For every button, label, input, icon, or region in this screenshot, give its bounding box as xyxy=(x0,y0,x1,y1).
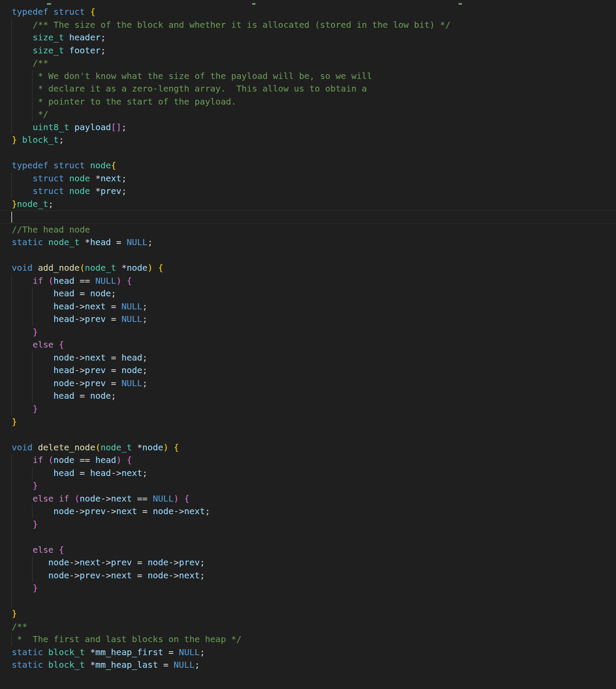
code-line[interactable]: */ xyxy=(0,108,616,121)
code-line[interactable]: head->next = NULL; xyxy=(0,300,616,313)
indent-guide xyxy=(11,351,12,364)
code-line[interactable] xyxy=(0,531,616,544)
token-typ: block_t xyxy=(48,647,85,657)
code-line[interactable]: * pointer to the start of the payload. xyxy=(0,95,616,108)
code-line[interactable]: size_t header; xyxy=(0,31,616,44)
code-line[interactable]: } xyxy=(0,582,616,595)
code-line[interactable]: head = node; xyxy=(0,287,616,300)
code-line[interactable]: head = head->next; xyxy=(0,467,616,480)
token-pl xyxy=(64,173,69,184)
token-pl: -> xyxy=(75,352,85,363)
code-line[interactable]: typedef struct { xyxy=(0,6,616,19)
code-line[interactable] xyxy=(0,428,616,441)
code-line[interactable]: * We don't know what the size of the pay… xyxy=(0,70,616,83)
token-kw: static xyxy=(12,647,43,657)
code-line[interactable] xyxy=(0,0,616,6)
indent-guide xyxy=(11,185,12,198)
code-line[interactable] xyxy=(0,210,616,223)
code-line[interactable]: * The first and last blocks on the heap … xyxy=(0,633,616,646)
code-line[interactable]: uint8_t payload[]; xyxy=(0,121,616,134)
code-line[interactable]: head = node; xyxy=(0,390,616,403)
token-typ: uint8_t xyxy=(33,122,69,132)
code-line[interactable]: } xyxy=(0,518,616,531)
code-line[interactable]: node->next = head; xyxy=(0,351,616,364)
token-kw: typedef xyxy=(12,7,48,17)
token-typ: node_t xyxy=(48,237,79,247)
token-pl xyxy=(12,58,33,68)
text-cursor xyxy=(11,212,12,223)
token-typ: node_t xyxy=(17,199,48,209)
code-line[interactable]: static block_t *mm_heap_first = NULL; xyxy=(0,646,616,659)
token-var: node xyxy=(147,557,168,568)
code-line[interactable]: //The head node xyxy=(0,223,616,236)
token-typ: node xyxy=(69,173,90,184)
indent-guide xyxy=(11,518,12,531)
code-line[interactable]: size_t footer; xyxy=(0,44,616,57)
code-line[interactable]: node->prev->next = node->next; xyxy=(0,569,616,582)
token-b2: { xyxy=(127,455,132,465)
code-line[interactable]: /** xyxy=(0,57,616,70)
token-pl: ; xyxy=(142,352,147,363)
code-line[interactable]: if (node == head) { xyxy=(0,454,616,467)
token-pl xyxy=(12,122,33,132)
code-line[interactable]: }node_t; xyxy=(0,198,616,211)
code-line[interactable]: node->prev = NULL; xyxy=(0,377,616,390)
code-line[interactable]: static block_t *mm_heap_last = NULL; xyxy=(0,659,616,672)
code-line[interactable]: head->prev = NULL; xyxy=(0,313,616,326)
code-line[interactable] xyxy=(0,595,616,608)
code-line[interactable]: } xyxy=(0,326,616,339)
indent-guide xyxy=(32,313,33,326)
code-line[interactable]: else if (node->next == NULL) { xyxy=(0,492,616,505)
token-pl: -> xyxy=(75,506,85,516)
token-b2: ( xyxy=(75,493,80,504)
code-line[interactable]: } xyxy=(0,416,616,429)
code-line[interactable]: } xyxy=(0,403,616,416)
token-b1: ( xyxy=(80,262,85,273)
token-pl xyxy=(12,96,38,107)
code-line[interactable]: if (head == NULL) { xyxy=(0,275,616,288)
code-line[interactable]: static node_t *head = NULL; xyxy=(0,236,616,249)
token-pl: ; xyxy=(101,45,106,56)
code-line[interactable] xyxy=(0,147,616,160)
token-pl xyxy=(12,314,53,324)
code-line[interactable]: head->prev = node; xyxy=(0,364,616,377)
token-fn: add_node xyxy=(38,262,79,273)
token-ctl: if xyxy=(33,455,43,465)
clipped-code-line-fragment xyxy=(459,3,462,5)
token-pl xyxy=(43,276,48,286)
code-line[interactable]: else { xyxy=(0,544,616,557)
code-line[interactable] xyxy=(0,672,616,685)
code-line[interactable]: * declare it as a zero-length array. Thi… xyxy=(0,82,616,95)
code-line[interactable]: struct node *next; xyxy=(0,172,616,185)
token-pl: ; xyxy=(111,288,116,299)
indent-guide xyxy=(11,19,12,32)
token-pl: * xyxy=(90,173,101,184)
code-line[interactable]: } block_t; xyxy=(0,134,616,147)
code-line[interactable] xyxy=(0,684,616,689)
code-line[interactable]: void add_node(node_t *node) { xyxy=(0,262,616,275)
code-line[interactable]: typedef struct node{ xyxy=(0,159,616,172)
code-line[interactable]: struct node *prev; xyxy=(0,185,616,198)
indent-guide xyxy=(11,300,12,313)
code-line[interactable]: void delete_node(node_t *node) { xyxy=(0,441,616,454)
code-line[interactable]: } xyxy=(0,607,616,620)
token-var: node xyxy=(48,557,69,568)
code-line[interactable] xyxy=(0,249,616,262)
token-pl: -> xyxy=(101,493,111,504)
code-line[interactable]: node->next->prev = node->prev; xyxy=(0,556,616,569)
code-line[interactable]: node->prev->next = node->next; xyxy=(0,505,616,518)
code-line[interactable]: /** xyxy=(0,620,616,633)
code-line[interactable]: else { xyxy=(0,338,616,351)
code-line[interactable]: /** The size of the block and whether it… xyxy=(0,19,616,32)
code-line[interactable]: } xyxy=(0,479,616,492)
token-var: node xyxy=(80,493,101,504)
indent-guide xyxy=(11,57,12,70)
token-typ: size_t xyxy=(33,45,64,56)
token-pl xyxy=(12,32,33,43)
indent-guide xyxy=(11,544,12,557)
token-pl xyxy=(12,109,38,119)
code-editor[interactable]: typedef struct { /** The size of the blo… xyxy=(0,0,616,689)
token-typ: node_t xyxy=(101,442,132,453)
token-pl xyxy=(12,468,53,478)
indent-guide xyxy=(11,377,12,390)
